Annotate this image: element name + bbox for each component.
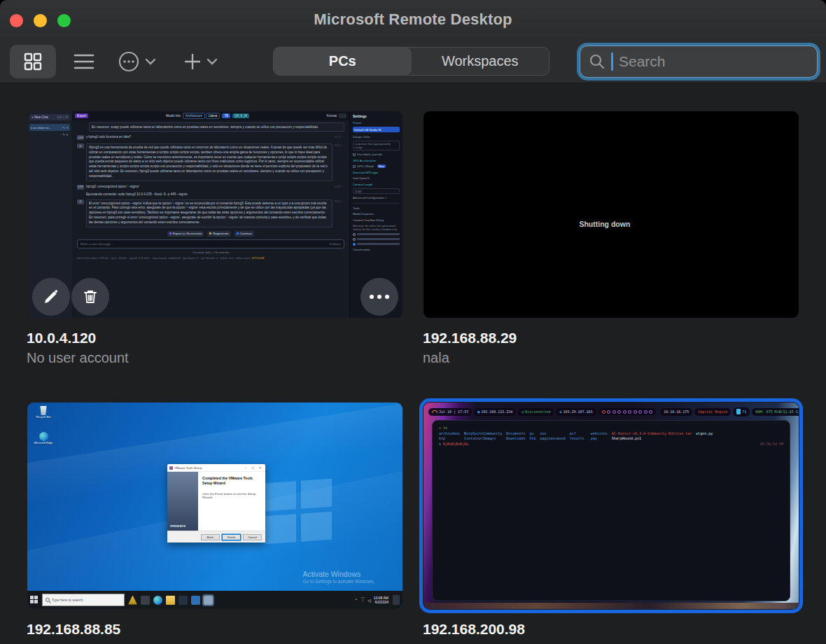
lm-ai-message-text: Hping3 es una herramienta de prueba de r… [86, 144, 332, 181]
lm-new-chat-shortcut: Ctrl + N [57, 115, 68, 119]
lm-ai-avatar: AI [77, 200, 84, 204]
terminal-prompt-line: > RjRuRjRuRjRu 05:36:54 PM [439, 442, 783, 447]
lm-radio-option [353, 238, 400, 241]
start-button-icon [30, 596, 38, 604]
grid-view-icon [23, 52, 43, 71]
lm-user-message: USER y hping3 solo funciona en labs? ⎘ ⟳… [77, 135, 344, 140]
vmware-setup-dialog: VMware Tools Setup - □ × vmware Complete… [167, 464, 265, 542]
lm-user-avatar: USER [77, 135, 84, 140]
tray-clock: 10:08 AM 6/2/2024 [374, 596, 388, 604]
pc-grid: + New Chat Ctrl + N e un chiste rec... ◦… [0, 83, 826, 644]
pc-card-192-168-200-98[interactable]: Jul 10 | 17:37 ▣192.168.122.224 ◎Disconn… [423, 402, 799, 610]
lm-preset-label: Preset [353, 121, 400, 125]
pc-name: 192.168.88.29 [423, 330, 799, 346]
toolbar: PCs Workspaces [0, 41, 826, 83]
lm-stats-line: time to first token: 153.56s gen t: 53.0… [77, 256, 344, 260]
lm-chat-item-2: ◦ ✎ ✕ [29, 131, 70, 138]
bar-region: Capital Region [694, 408, 731, 416]
terminal-timestamp: 05:36:54 PM [760, 442, 783, 447]
lm-token-count: 4471/2048 [251, 256, 264, 260]
chevron-down-icon [145, 58, 156, 65]
lm-labels-override: Use labels override [353, 153, 400, 156]
plus-icon [183, 52, 202, 71]
lm-message-actions: ⎘ ⟳ ⋯ [335, 200, 344, 227]
search-field[interactable] [580, 46, 818, 78]
pc-cell: Shutting down 192.168.88.29 nala [423, 111, 799, 366]
status-bar: Jul 10 | 17:37 ▣192.168.122.224 ◎Disconn… [428, 406, 794, 417]
dialog-text: Completed the VMware Tools Setup Wizard … [198, 472, 265, 531]
lm-message-actions: ⎘ ⟳ ⋯ [335, 144, 344, 181]
lm-ai-message-2: AI El error 'unrecognized option --signt… [77, 200, 344, 227]
pc-card-192-168-88-29[interactable]: Shutting down [423, 111, 799, 318]
lm-chat-item-label: e un chiste rec... [31, 126, 58, 130]
bar-vpn-status: ◎Disconnected [518, 408, 554, 416]
thumbnail-windows-desktop: Recycle Bin Microsoft Edge VMware Tools … [27, 402, 402, 609]
windows-logo [265, 479, 332, 545]
pc-name: 192.168.200.98 [423, 621, 799, 638]
file-explorer-icon [166, 596, 175, 605]
task-view-icon [141, 596, 150, 605]
bar-battery: 71 [733, 407, 750, 416]
lm-gpu-type-values: Intel OpenCL [353, 176, 400, 180]
lm-topbar: Export Model Info Architecture Llama 7B … [72, 111, 349, 120]
lm-prompt-box: response that appropriately comp [353, 141, 400, 150]
taskbar-search: Type here to search [42, 594, 125, 606]
lm-token-counter: 0 tokens [329, 242, 341, 246]
search-icon [46, 598, 50, 602]
lm-new-chat-button: + New Chat Ctrl + N [29, 114, 70, 120]
search-input[interactable] [619, 53, 780, 70]
chevron-down-icon [206, 58, 218, 65]
text-caret [611, 52, 613, 71]
grid-view-button[interactable] [10, 45, 56, 78]
titlebar: Microsoft Remote Desktop [0, 0, 826, 41]
lm-radio-option [353, 243, 400, 246]
activate-windows-watermark: Activate Windows Go to Settings to activ… [302, 570, 374, 584]
lm-quant-pill: Q4_K_M [232, 113, 249, 118]
edit-pc-button[interactable] [32, 278, 70, 316]
lm-advanced-config: Advanced Configuration > [353, 196, 400, 200]
lm-danger-zone: Danger Zone [353, 135, 400, 139]
lm-tools: Tools [353, 206, 400, 210]
bar-local-ip: ▣192.168.122.224 [474, 408, 516, 416]
bar-logo-date: Jul 10 | 17:37 [428, 408, 472, 416]
lm-gpu-type: Detected GPU type [353, 171, 400, 174]
lm-continue-button: Continue [234, 231, 254, 237]
tab-pcs[interactable]: PCs [274, 48, 412, 75]
lm-format-pill [339, 113, 346, 118]
terminal-listing-row: btp ContainerImages Downloads htb pagina… [439, 436, 783, 442]
dialog-footer: Back Finish Cancel [167, 531, 265, 542]
delete-pc-button[interactable] [71, 278, 109, 316]
pc-card-10-0-4-120[interactable]: + New Chat Ctrl + N e un chiste rec... ◦… [27, 111, 403, 318]
pc-card-192-168-88-85[interactable]: Recycle Bin Microsoft Edge VMware Tools … [27, 402, 403, 610]
terminal-command-line: > ls [439, 426, 783, 431]
lm-send-hint: # to send, shift + # for new line [77, 251, 344, 254]
lm-input-placeholder: Enter a user message ... [80, 242, 114, 246]
add-menu-button[interactable] [183, 45, 218, 78]
tab-workspaces[interactable]: Workspaces [412, 48, 550, 75]
list-view-button[interactable] [66, 45, 102, 78]
list-view-icon [74, 52, 94, 71]
lm-arch-pill: Architecture [183, 113, 205, 119]
network-icon: ⏉ [360, 598, 365, 602]
lm-ai-avatar: AI [77, 144, 84, 148]
active-app-icon [204, 596, 213, 605]
cancel-button: Cancel [243, 534, 262, 540]
pencil-icon [42, 288, 60, 306]
lm-context-length: Context Length [353, 183, 400, 186]
lm-message-actions: ⎘ ⟳ ⋯ [335, 135, 344, 140]
terminal-listing-row: archivebox BurpSuiteCommunity Documents … [439, 431, 783, 437]
notification-center-icon [393, 595, 400, 605]
edge-desktop-icon: Microsoft Edge [31, 432, 55, 445]
mail-icon [191, 596, 200, 605]
bar-public-ip: ◍103.29.107.163 [556, 408, 596, 416]
system-tray: ⌃ ⏉ ◁ 10:08 AM 6/2/2024 [354, 595, 400, 605]
lm-new-chat-label: + New Chat [31, 115, 48, 119]
options-menu-button[interactable] [118, 45, 156, 78]
more-options-button[interactable] [360, 278, 398, 316]
pc-subtitle: nala [423, 350, 799, 366]
view-segmented-control: PCs Workspaces [273, 47, 550, 76]
lm-action-buttons: Export as Screenshot Regenerate Continue [77, 231, 344, 237]
workspace-indicators [598, 408, 657, 415]
dialog-heading: Completed the VMware Tools Setup Wizard [202, 476, 261, 485]
edge-taskbar-icon [153, 596, 162, 605]
